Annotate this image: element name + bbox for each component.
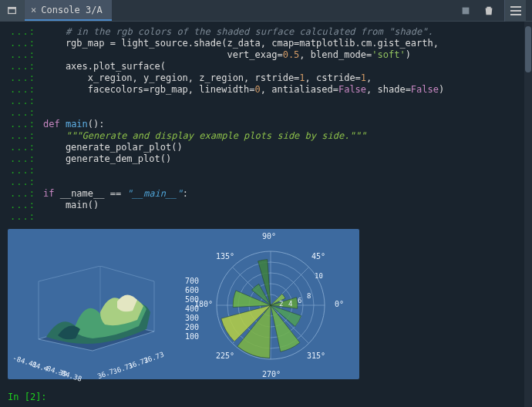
z-tick: 600 xyxy=(185,286,199,294)
radius-tick: 4 xyxy=(288,300,292,308)
polar-plot: 0° 45° 90° 135° 180° 225° 270° 315° 2 4 … xyxy=(199,234,342,377)
x-tick: -84.38 xyxy=(56,368,82,383)
code-line: ...: vert_exag=0.5, blend_mode='soft') xyxy=(8,49,517,61)
code-text: main() xyxy=(43,200,517,211)
code-line: ...: main() xyxy=(8,200,517,211)
gutter: ...: xyxy=(8,211,43,223)
gutter: ...: xyxy=(8,38,43,49)
code-line: ...: facecolors=rgb_map, linewidth=0, an… xyxy=(8,84,517,96)
code-text: generate_polar_plot() xyxy=(43,142,517,153)
code-line: ...: # in the rgb colors of the shaded s… xyxy=(8,26,517,38)
code-text: generate_dem_plot() xyxy=(43,153,517,165)
radius-tick: 2 xyxy=(279,300,283,308)
angle-label: 225° xyxy=(216,352,234,360)
close-icon[interactable]: × xyxy=(31,5,36,15)
angle-label: 135° xyxy=(216,252,234,261)
z-tick: 200 xyxy=(185,323,199,331)
gutter: ...: xyxy=(8,130,43,142)
code-line: ...:def main(): xyxy=(8,119,517,130)
new-window-icon[interactable] xyxy=(0,0,25,21)
plot-output: 700 600 500 400 300 200 100 -84.41 -84.4… xyxy=(8,229,359,379)
radius-tick: 8 xyxy=(307,292,311,300)
gutter: ...: xyxy=(8,177,43,188)
code-line: ...: generate_polar_plot() xyxy=(8,142,517,153)
angle-label: 0° xyxy=(335,300,344,308)
code-text: # in the rgb colors of the shaded surfac… xyxy=(43,26,517,38)
z-tick: 700 xyxy=(185,277,199,285)
tabstrip: × Console 3/A xyxy=(0,0,452,21)
code-line: ...: x_region, y_region, z_region, rstri… xyxy=(8,72,517,84)
code-text xyxy=(43,211,517,223)
code-text: axes.plot_surface( xyxy=(43,61,517,72)
gutter: ...: xyxy=(8,165,43,177)
z-tick: 300 xyxy=(185,314,199,322)
svg-rect-1 xyxy=(8,7,15,8)
terrain-surface xyxy=(31,266,160,352)
svg-rect-2 xyxy=(463,7,470,14)
code-text: x_region, y_region, z_region, rstride=1,… xyxy=(43,72,517,84)
code-line: ...: rgb_map = light_source.shade(z_data… xyxy=(8,38,517,49)
gutter: ...: xyxy=(8,188,43,200)
titlebar: × Console 3/A xyxy=(0,0,532,22)
code-text: if __name__ == "__main__": xyxy=(43,188,517,200)
gutter: ...: xyxy=(8,49,43,61)
code-line: ...: xyxy=(8,211,517,223)
code-line: ...: xyxy=(8,107,517,119)
gutter: ...: xyxy=(8,107,43,119)
angle-label: 90° xyxy=(262,232,276,240)
code-line: ...: xyxy=(8,177,517,188)
gutter: ...: xyxy=(8,200,43,211)
scrollbar[interactable] xyxy=(524,22,532,407)
code-text xyxy=(43,96,517,107)
code-text xyxy=(43,165,517,177)
z-tick: 100 xyxy=(185,332,199,341)
input-prompt[interactable]: In [2]: xyxy=(8,392,47,402)
radius-tick: 10 xyxy=(315,272,323,280)
code-line: ...: generate_dem_plot() xyxy=(8,153,517,165)
stop-icon[interactable] xyxy=(458,3,473,18)
angle-label: 315° xyxy=(307,352,325,360)
surface-plot: 700 600 500 400 300 200 100 -84.41 -84.4… xyxy=(20,252,182,372)
console-tab[interactable]: × Console 3/A xyxy=(25,0,112,21)
code-line: ...: xyxy=(8,96,517,107)
angle-label: 270° xyxy=(262,370,281,378)
y-tick: 36.73 xyxy=(143,351,165,365)
angle-label: 180° xyxy=(194,300,213,308)
gutter: ...: xyxy=(8,142,43,153)
gutter: ...: xyxy=(8,72,43,84)
code-text: """Generate and display example plots si… xyxy=(43,130,517,142)
code-text: vert_exag=0.5, blend_mode='soft') xyxy=(43,49,517,61)
angle-label: 45° xyxy=(311,252,325,261)
code-text xyxy=(43,177,517,188)
menu-icon[interactable] xyxy=(504,0,526,22)
code-text: facecolors=rgb_map, linewidth=0, antiali… xyxy=(43,84,517,96)
code-text xyxy=(43,107,517,119)
console-tab-label: Console 3/A xyxy=(41,5,102,15)
gutter: ...: xyxy=(8,61,43,72)
gutter: ...: xyxy=(8,26,43,38)
console-output[interactable]: ...: # in the rgb colors of the shaded s… xyxy=(0,22,532,407)
code-block: ...: # in the rgb colors of the shaded s… xyxy=(0,22,532,223)
trash-icon[interactable] xyxy=(481,3,497,18)
gutter: ...: xyxy=(8,119,43,130)
gutter: ...: xyxy=(8,96,43,107)
gutter: ...: xyxy=(8,153,43,165)
code-text: rgb_map = light_source.shade(z_data, cma… xyxy=(43,38,517,49)
code-line: ...:if __name__ == "__main__": xyxy=(8,188,517,200)
code-line: ...: xyxy=(8,165,517,177)
scrollbar-thumb[interactable] xyxy=(525,26,531,72)
toolbar-right xyxy=(452,0,532,22)
gutter: ...: xyxy=(8,84,43,96)
code-text: def main(): xyxy=(43,119,517,130)
radius-tick: 6 xyxy=(298,297,301,304)
code-line: ...: axes.plot_surface( xyxy=(8,61,517,72)
code-line: ...: """Generate and display example plo… xyxy=(8,130,517,142)
